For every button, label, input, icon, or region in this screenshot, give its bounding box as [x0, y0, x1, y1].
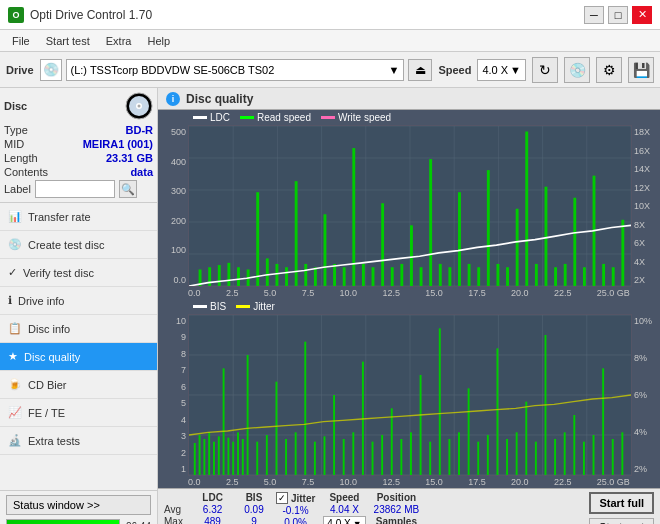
nav-disc-info[interactable]: 📋 Disc info — [0, 315, 157, 343]
upper-chart — [188, 125, 632, 287]
mid-label: MID — [4, 138, 24, 150]
drive-info-icon: ℹ — [8, 294, 12, 307]
speed-stats-header: Speed — [323, 492, 365, 503]
start-part-button[interactable]: Start part — [589, 518, 654, 524]
nav-disc-quality-label: Disc quality — [24, 351, 80, 363]
nav-drive-info[interactable]: ℹ Drive info — [0, 287, 157, 315]
speed-stats-value: 4.04 X — [323, 504, 365, 515]
svg-rect-42 — [410, 225, 413, 286]
menu-extra[interactable]: Extra — [98, 33, 140, 49]
svg-rect-34 — [333, 264, 336, 286]
upper-y-axis-right: 18X 16X 14X 12X 10X 8X 6X 4X 2X — [632, 125, 660, 287]
svg-rect-28 — [275, 264, 278, 286]
svg-rect-111 — [448, 439, 450, 475]
svg-rect-63 — [612, 267, 615, 286]
speed-dropdown[interactable]: 4.0 X ▼ — [323, 516, 365, 524]
nav-verify-test-disc[interactable]: ✓ Verify test disc — [0, 259, 157, 287]
drive-icon: 💿 — [40, 59, 62, 81]
cd-bier-icon: 🍺 — [8, 378, 22, 391]
disc-button[interactable]: 💿 — [564, 57, 590, 83]
svg-rect-106 — [400, 439, 402, 475]
speed-value: 4.0 X — [482, 64, 508, 76]
svg-rect-89 — [242, 439, 244, 475]
eject-button[interactable]: ⏏ — [408, 59, 432, 81]
svg-rect-39 — [381, 203, 384, 286]
menu-file[interactable]: File — [4, 33, 38, 49]
svg-rect-31 — [304, 264, 307, 286]
svg-rect-90 — [247, 355, 249, 475]
time-text: 26:44 — [126, 521, 151, 525]
svg-rect-82 — [208, 432, 210, 475]
svg-rect-30 — [295, 181, 298, 286]
samples-label: Samples — [374, 516, 420, 524]
jitter-checkbox[interactable]: ✓ — [276, 492, 288, 504]
upper-chart-svg — [189, 126, 631, 286]
svg-rect-52 — [506, 267, 509, 286]
close-button[interactable]: ✕ — [632, 6, 652, 24]
disc-quality-icon: ★ — [8, 350, 18, 363]
nav-transfer-rate[interactable]: 📊 Transfer rate — [0, 203, 157, 231]
refresh-button[interactable]: ↻ — [532, 57, 558, 83]
legend-bis: BIS — [193, 301, 226, 312]
nav-cd-bier[interactable]: 🍺 CD Bier — [0, 371, 157, 399]
svg-rect-112 — [458, 432, 460, 475]
start-buttons: Start full Start part — [589, 492, 654, 524]
nav-fe-te[interactable]: 📈 FE / TE — [0, 399, 157, 427]
nav-disc-info-label: Disc info — [28, 323, 70, 335]
svg-rect-58 — [564, 264, 567, 286]
start-full-button[interactable]: Start full — [589, 492, 654, 514]
svg-rect-94 — [285, 439, 287, 475]
nav-transfer-rate-label: Transfer rate — [28, 211, 91, 223]
label-input[interactable] — [35, 180, 115, 198]
type-label: Type — [4, 124, 28, 136]
svg-rect-27 — [266, 258, 269, 286]
jitter-avg: -0.1% — [276, 505, 315, 516]
disc-image-icon — [125, 92, 153, 120]
menu-help[interactable]: Help — [139, 33, 178, 49]
extra-tests-icon: 🔬 — [8, 434, 22, 447]
svg-rect-55 — [535, 264, 538, 286]
bis-color — [193, 305, 207, 308]
max-label: Max — [164, 516, 185, 524]
drive-dropdown[interactable]: (L:) TSSTcorp BDDVDW SE-506CB TS02 ▼ — [66, 59, 405, 81]
stats-row-labels: Avg Max Total — [164, 492, 185, 524]
nav-extra-tests[interactable]: 🔬 Extra tests — [0, 427, 157, 455]
nav-cd-bier-label: CD Bier — [28, 379, 67, 391]
nav-create-test-disc[interactable]: 💿 Create test disc — [0, 231, 157, 259]
svg-rect-79 — [194, 443, 196, 475]
settings-button[interactable]: ⚙ — [596, 57, 622, 83]
svg-rect-100 — [343, 439, 345, 475]
svg-rect-92 — [266, 435, 268, 475]
speed-select[interactable]: 4.0 X ▼ — [477, 59, 526, 81]
menu-start-test[interactable]: Start test — [38, 33, 98, 49]
nav-disc-quality[interactable]: ★ Disc quality — [0, 343, 157, 371]
chart-title: Disc quality — [186, 92, 253, 106]
lower-chart-svg — [189, 315, 631, 475]
label-label: Label — [4, 183, 31, 195]
chart-header-icon: i — [166, 92, 180, 106]
legend-read: Read speed — [240, 112, 311, 123]
position-label: Position — [374, 492, 420, 503]
legend-write: Write speed — [321, 112, 391, 123]
svg-rect-124 — [573, 415, 575, 475]
upper-x-axis: 0.0 2.5 5.0 7.5 10.0 12.5 15.0 17.5 20.0… — [158, 287, 660, 299]
maximize-button[interactable]: □ — [608, 6, 628, 24]
nav-verify-test-disc-label: Verify test disc — [23, 267, 94, 279]
svg-rect-120 — [535, 442, 537, 475]
status-window-button[interactable]: Status window >> — [6, 495, 151, 515]
main-layout: Disc Type BD-R MID MEIRA1 (001) — [0, 88, 660, 524]
save-button[interactable]: 💾 — [628, 57, 654, 83]
svg-rect-101 — [352, 432, 354, 475]
svg-rect-36 — [352, 148, 355, 286]
bis-stats-header: BIS — [246, 492, 263, 503]
contents-value: data — [130, 166, 153, 178]
svg-rect-50 — [487, 170, 490, 286]
jitter-stats-header: Jitter — [291, 493, 315, 504]
nav-create-test-disc-label: Create test disc — [28, 239, 104, 251]
minimize-button[interactable]: ─ — [584, 6, 604, 24]
drive-dropdown-text: (L:) TSSTcorp BDDVDW SE-506CB TS02 — [71, 64, 275, 76]
label-edit-button[interactable]: 🔍 — [119, 180, 137, 198]
svg-rect-91 — [256, 442, 258, 475]
svg-rect-81 — [203, 439, 205, 475]
legend-jitter: Jitter — [236, 301, 275, 312]
